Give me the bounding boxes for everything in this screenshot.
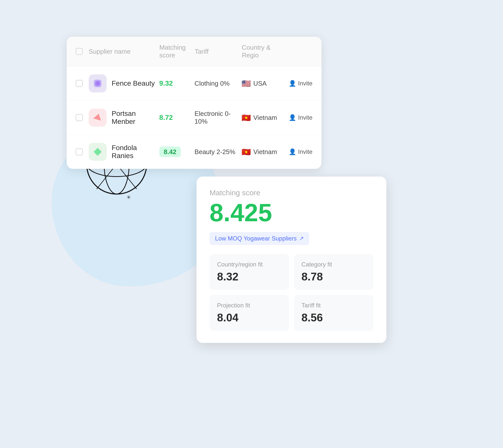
score-link-text: Low MOQ Yogawear Suppliers: [215, 235, 297, 242]
country-fondola: 🇻🇳 Vietnam: [242, 148, 288, 156]
supplier-name-portsan: Portsan Menber: [112, 110, 159, 126]
supplier-table-card: Supplier name Matching score Tariff Coun…: [67, 37, 321, 169]
invite-label-fence-beauty: Invite: [298, 80, 312, 87]
invite-btn-fondola[interactable]: 👤 Invite: [289, 148, 312, 155]
invite-label-portsan: Invite: [298, 114, 312, 121]
country-name-fondola: Vietnam: [253, 148, 277, 156]
fit-card-category: Category fit 8.78: [294, 254, 373, 290]
fit-label-country: Country/region fit: [217, 261, 281, 268]
supplier-name-fondola: Fondola Ranies: [112, 144, 159, 160]
score-card-label: Matching score: [210, 189, 373, 197]
table-row: Portsan Menber 8.72 Electronic 0-10% 🇻🇳 …: [67, 101, 321, 135]
svg-marker-11: [93, 113, 102, 120]
invite-btn-fence-beauty[interactable]: 👤 Invite: [289, 80, 312, 87]
fit-card-tariff: Tariff fit 8.56: [294, 295, 373, 331]
invite-icon-fondola: 👤: [289, 148, 296, 155]
score-detail-card: Matching score 8.425 Low MOQ Yogawear Su…: [197, 177, 386, 343]
fit-value-tariff: 8.56: [301, 311, 366, 324]
row-checkbox-portsan[interactable]: [76, 114, 83, 121]
fit-card-country: Country/region fit 8.32: [210, 254, 289, 290]
col-header-country: Country & Regio: [242, 44, 289, 59]
score-portsan: 8.72: [159, 114, 195, 122]
avatar-portsan: [89, 109, 107, 127]
country-fence-beauty: 🇺🇸 USA: [242, 79, 288, 88]
avatar-fondola: [89, 143, 107, 161]
svg-point-10: [95, 81, 100, 86]
tariff-fondola: Beauty 2-25%: [195, 148, 242, 156]
fit-value-projection: 8.04: [217, 311, 281, 324]
score-card-value: 8.425: [210, 200, 373, 225]
fit-label-tariff: Tariff fit: [301, 302, 366, 309]
invite-icon-fence-beauty: 👤: [289, 80, 296, 87]
invite-label-fondola: Invite: [298, 148, 312, 155]
table-row: Fence Beauty 9.32 Clothing 0% 🇺🇸 USA 👤 I…: [67, 66, 321, 101]
tariff-fence-beauty: Clothing 0%: [195, 80, 242, 87]
fit-label-projection: Projection fit: [217, 302, 281, 309]
score-badge-fondola: 8.42: [159, 147, 181, 157]
score-card-link[interactable]: Low MOQ Yogawear Suppliers ↗: [210, 232, 309, 245]
table-row: Fondola Ranies 8.42 Beauty 2-25% 🇻🇳 Viet…: [67, 135, 321, 169]
supplier-name-fence-beauty: Fence Beauty: [112, 79, 159, 87]
country-name-fence-beauty: USA: [253, 80, 266, 87]
invite-btn-portsan[interactable]: 👤 Invite: [289, 114, 312, 121]
table-header: Supplier name Matching score Tariff Coun…: [67, 37, 321, 66]
score-fence-beauty: 9.32: [159, 79, 195, 87]
svg-text:✳: ✳: [127, 195, 131, 200]
invite-icon-portsan: 👤: [289, 114, 296, 121]
col-header-tariff: Tariff: [195, 48, 242, 55]
fit-value-category: 8.78: [301, 270, 366, 283]
country-portsan: 🇻🇳 Vietnam: [242, 113, 288, 122]
fit-grid: Country/region fit 8.32 Category fit 8.7…: [210, 254, 373, 331]
flag-portsan: 🇻🇳: [242, 113, 251, 122]
avatar-fence-beauty: [89, 74, 107, 92]
tariff-portsan: Electronic 0-10%: [195, 110, 242, 125]
row-checkbox-fence-beauty[interactable]: [76, 80, 83, 87]
row-checkbox-fondola[interactable]: [76, 148, 83, 155]
fit-label-category: Category fit: [301, 261, 366, 268]
country-name-portsan: Vietnam: [253, 114, 277, 122]
svg-marker-12: [94, 148, 102, 156]
header-checkbox[interactable]: [76, 48, 83, 55]
score-link-arrow-icon: ↗: [299, 235, 304, 242]
fit-card-projection: Projection fit 8.04: [210, 295, 289, 331]
fit-value-country: 8.32: [217, 270, 281, 283]
col-header-matching: Matching score: [159, 44, 195, 59]
flag-fondola: 🇻🇳: [242, 148, 251, 156]
flag-fence-beauty: 🇺🇸: [242, 79, 251, 88]
col-header-supplier: Supplier name: [89, 48, 159, 55]
score-fondola: 8.42: [159, 148, 195, 156]
